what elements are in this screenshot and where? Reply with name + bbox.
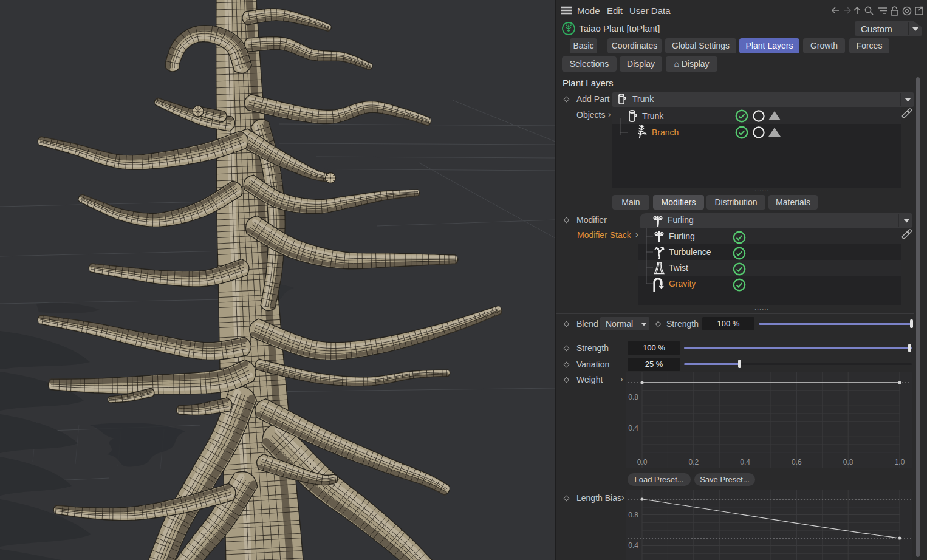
svg-text:0.8: 0.8: [628, 511, 638, 519]
svg-text:0.8: 0.8: [628, 393, 638, 401]
svg-text:0.2: 0.2: [688, 458, 699, 466]
svg-text:0.4: 0.4: [628, 424, 638, 432]
svg-text:0.4: 0.4: [628, 541, 638, 550]
svg-text:0.6: 0.6: [792, 458, 802, 466]
svg-text:0.8: 0.8: [843, 458, 853, 466]
svg-text:0.0: 0.0: [637, 458, 648, 466]
svg-text:1.0: 1.0: [895, 458, 905, 466]
svg-text:0.4: 0.4: [740, 458, 750, 466]
